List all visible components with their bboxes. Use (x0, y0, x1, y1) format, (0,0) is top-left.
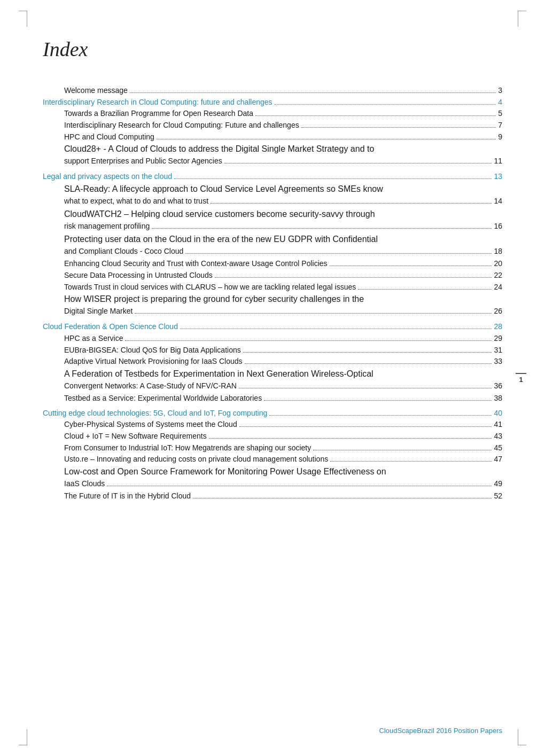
corner-mark-bottom-left (27, 729, 27, 745)
toc-dots (209, 438, 492, 439)
toc-dots (264, 400, 492, 401)
toc-entry-cutting-edge[interactable]: Cutting edge cloud technologies: 5G, Clo… (43, 408, 502, 419)
toc-entry-legal[interactable]: Legal and privacy aspects on the cloud 1… (43, 171, 502, 183)
toc-page: 14 (494, 196, 502, 207)
toc-dots (330, 266, 492, 266)
page-container: 1 Index Welcome message 3 Interdisciplin… (0, 0, 545, 756)
toc-entry-usto-re: Usto.re – Innovating and reducing costs … (43, 454, 502, 465)
toc-text: Secure Data Processing in Untrusted Clou… (64, 270, 213, 282)
toc-text: Cloud Federation & Open Science Cloud (43, 321, 178, 333)
toc-entry-interdisciplinary-research: Interdisciplinary Research for Cloud Com… (43, 120, 502, 131)
toc-entry-towards-brazilian: Towards a Brazilian Programme for Open R… (43, 108, 502, 120)
toc-entry-cyber-physical: Cyber-Physical Systems of Systems meet t… (43, 419, 502, 431)
toc-text-line2: risk management profiling (64, 221, 150, 232)
toc-dots (180, 329, 492, 329)
toc-text: Interdisciplinary Research in Cloud Comp… (43, 97, 272, 108)
toc-dots (269, 415, 492, 416)
toc-dots (239, 388, 492, 388)
page-number: 1 (519, 376, 523, 384)
toc-text: Cloud + IoT = New Software Requirements (64, 431, 207, 442)
toc-dots (330, 461, 492, 462)
toc-text-line1: Cloud28+ - A Cloud of Clouds to address … (64, 143, 374, 155)
toc-dots (185, 253, 492, 254)
toc-dots (135, 313, 492, 314)
toc-text-line1: SLA-Ready: A lifecycle approach to Cloud… (64, 183, 383, 196)
toc-entry-cloudwatch2: CloudWATCH2 – Helping cloud service cust… (43, 208, 502, 232)
toc-dots (193, 498, 492, 498)
toc-text-line1: CloudWATCH2 – Helping cloud service cust… (64, 208, 375, 221)
toc-page: 47 (494, 454, 502, 465)
corner-mark-bottom-right (518, 729, 518, 745)
toc-entry-federation-testbeds: A Federation of Testbeds for Experimenta… (43, 368, 502, 392)
toc-dots (130, 92, 496, 93)
toc-entry-from-consumer: From Consumer to Industrial IoT: How Meg… (43, 442, 502, 454)
toc-page: 33 (494, 356, 502, 368)
toc-text: Usto.re – Innovating and reducing costs … (64, 454, 328, 465)
toc-entry-hpc-service: HPC as a Service 29 (43, 333, 502, 345)
toc-entry-testbed-service: Testbed as a Service: Experimental World… (43, 393, 502, 404)
toc-page: 22 (494, 270, 502, 282)
toc-entry-secure-data: Secure Data Processing in Untrusted Clou… (43, 270, 502, 282)
toc-page: 31 (494, 345, 502, 356)
toc-entry-cloud-iot: Cloud + IoT = New Software Requirements … (43, 431, 502, 442)
toc-text: EUBra-BIGSEA: Cloud QoS for Big Data App… (64, 345, 241, 356)
toc-text: The Future of IT is in the Hybrid Cloud (64, 490, 191, 502)
toc-page: 9 (498, 131, 502, 143)
toc-page: 28 (494, 321, 502, 333)
toc-entry-low-cost: Low-cost and Open Source Framework for M… (43, 465, 502, 489)
toc-page: 52 (494, 490, 502, 502)
toc-entry-future-it: The Future of IT is in the Hybrid Cloud … (43, 490, 502, 502)
toc-page: 40 (494, 408, 502, 419)
toc-entry-protecting-user: Protecting user data on the Cloud in the… (43, 233, 502, 257)
toc-text-line2: Convergent Networks: A Case-Study of NFV… (64, 380, 237, 392)
toc-entry-hpc-cloud: HPC and Cloud Computing 9 (43, 131, 502, 143)
toc-page: 16 (494, 221, 502, 232)
toc-dots (245, 363, 492, 364)
toc-dots (224, 163, 492, 163)
toc-entry-enhancing-cloud: Enhancing Cloud Security and Trust with … (43, 258, 502, 270)
toc-page: 13 (494, 171, 502, 183)
toc-dots (107, 486, 492, 486)
toc-page: 38 (494, 393, 502, 404)
toc-dots (313, 450, 492, 450)
toc-dots (211, 203, 492, 204)
footer-text: CloudScapeBrazil 2016 Position Papers (379, 727, 502, 735)
toc-dots (275, 104, 496, 105)
footer: CloudScapeBrazil 2016 Position Papers (379, 727, 502, 735)
toc-text-line1: Low-cost and Open Source Framework for M… (64, 465, 386, 478)
page-number-mark: 1 (516, 373, 526, 384)
page-title: Index (43, 37, 502, 61)
toc-entry-welcome: Welcome message 3 (43, 85, 502, 97)
toc-dots (152, 228, 492, 229)
toc-text: From Consumer to Industrial IoT: How Meg… (64, 442, 311, 454)
toc-text-line2: Digital Single Market (64, 306, 133, 317)
toc-text: HPC as a Service (64, 333, 123, 345)
page-number-decoration (516, 373, 526, 374)
toc-dots (239, 426, 492, 427)
toc-text-line2: what to expect, what to do and what to t… (64, 196, 208, 207)
toc-page: 45 (494, 442, 502, 454)
toc-text-line2: IaaS Clouds (64, 478, 105, 489)
toc-text-line1: How WISER project is preparing the groun… (64, 293, 364, 306)
toc-text: Testbed as a Service: Experimental World… (64, 393, 262, 404)
toc-entry-adaptive-virtual: Adaptive Virtual Network Provisioning fo… (43, 356, 502, 368)
toc-text: Towards a Brazilian Programme for Open R… (64, 108, 253, 120)
toc-entry-interdisciplinary[interactable]: Interdisciplinary Research in Cloud Comp… (43, 97, 502, 108)
toc-page: 11 (494, 155, 502, 167)
toc-entry-cloud-federation[interactable]: Cloud Federation & Open Science Cloud 28 (43, 321, 502, 333)
toc-page: 49 (494, 478, 502, 489)
toc-text-line1: A Federation of Testbeds for Experimenta… (64, 368, 373, 380)
toc-page: 26 (494, 306, 502, 317)
toc-dots (125, 340, 492, 341)
toc-page: 36 (494, 380, 502, 392)
toc-text-line2: and Compliant Clouds - Coco Cloud (64, 246, 183, 257)
toc-dots (301, 127, 496, 128)
toc-entry-sla-ready: SLA-Ready: A lifecycle approach to Cloud… (43, 183, 502, 207)
toc-entry-towards-trust: Towards Trust in cloud services with CLA… (43, 282, 502, 293)
toc-text: Interdisciplinary Research for Cloud Com… (64, 120, 299, 131)
toc-dots (358, 289, 492, 290)
toc-entry-eubra-bigsea: EUBra-BIGSEA: Cloud QoS for Big Data App… (43, 345, 502, 356)
toc-page: 24 (494, 282, 502, 293)
toc-dots (157, 139, 496, 139)
toc-text-line2: support Enterprises and Public Sector Ag… (64, 155, 222, 167)
